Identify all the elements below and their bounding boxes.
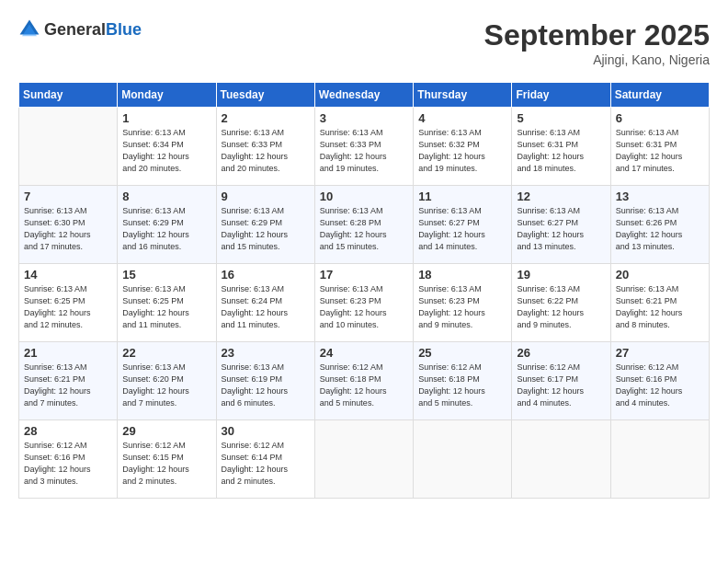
week-row-2: 7Sunrise: 6:13 AM Sunset: 6:30 PM Daylig… [19, 186, 710, 264]
day-number: 9 [222, 190, 310, 203]
day-cell: 7Sunrise: 6:13 AM Sunset: 6:30 PM Daylig… [19, 186, 118, 264]
day-cell: 6Sunrise: 6:13 AM Sunset: 6:31 PM Daylig… [610, 108, 709, 186]
day-info: Sunrise: 6:13 AM Sunset: 6:32 PM Dayligh… [418, 127, 506, 175]
day-number: 27 [616, 346, 704, 360]
day-cell: 28Sunrise: 6:12 AM Sunset: 6:16 PM Dayli… [19, 420, 118, 499]
calendar-table: SundayMondayTuesdayWednesdayThursdayFrid… [18, 82, 710, 499]
day-number: 3 [320, 111, 408, 125]
location: Ajingi, Kano, Nigeria [484, 52, 710, 67]
day-cell: 16Sunrise: 6:13 AM Sunset: 6:24 PM Dayli… [216, 264, 314, 342]
page-header: GeneralBlue September 2025 Ajingi, Kano,… [18, 18, 710, 67]
day-info: Sunrise: 6:12 AM Sunset: 6:18 PM Dayligh… [418, 362, 506, 409]
day-number: 2 [222, 111, 310, 125]
day-number: 24 [320, 346, 408, 360]
day-cell [512, 420, 610, 499]
day-cell: 21Sunrise: 6:13 AM Sunset: 6:21 PM Dayli… [19, 342, 118, 420]
day-cell: 14Sunrise: 6:13 AM Sunset: 6:25 PM Dayli… [19, 264, 118, 342]
day-cell: 5Sunrise: 6:13 AM Sunset: 6:31 PM Daylig… [512, 108, 610, 186]
day-info: Sunrise: 6:13 AM Sunset: 6:21 PM Dayligh… [24, 362, 112, 409]
day-info: Sunrise: 6:13 AM Sunset: 6:29 PM Dayligh… [122, 205, 210, 253]
month-title: September 2025 [484, 18, 710, 52]
day-cell: 11Sunrise: 6:13 AM Sunset: 6:27 PM Dayli… [414, 186, 512, 264]
day-number: 25 [418, 346, 506, 360]
col-header-friday: Friday [512, 83, 610, 108]
day-info: Sunrise: 6:13 AM Sunset: 6:28 PM Dayligh… [320, 205, 408, 253]
day-info: Sunrise: 6:13 AM Sunset: 6:25 PM Dayligh… [24, 283, 112, 331]
col-header-wednesday: Wednesday [314, 83, 413, 108]
day-info: Sunrise: 6:13 AM Sunset: 6:30 PM Dayligh… [24, 205, 112, 253]
day-number: 26 [517, 346, 605, 360]
day-number: 18 [418, 268, 506, 282]
day-info: Sunrise: 6:13 AM Sunset: 6:33 PM Dayligh… [320, 127, 408, 175]
day-info: Sunrise: 6:13 AM Sunset: 6:23 PM Dayligh… [320, 283, 408, 331]
day-number: 4 [418, 111, 506, 125]
week-row-4: 21Sunrise: 6:13 AM Sunset: 6:21 PM Dayli… [19, 342, 710, 420]
day-number: 21 [24, 346, 112, 360]
day-cell [19, 108, 118, 186]
day-cell: 1Sunrise: 6:13 AM Sunset: 6:34 PM Daylig… [118, 108, 216, 186]
day-cell [314, 420, 413, 499]
day-info: Sunrise: 6:13 AM Sunset: 6:25 PM Dayligh… [122, 283, 210, 331]
day-number: 30 [222, 424, 310, 438]
day-info: Sunrise: 6:12 AM Sunset: 6:14 PM Dayligh… [222, 440, 310, 488]
logo-general: General [44, 20, 106, 39]
day-cell: 26Sunrise: 6:12 AM Sunset: 6:17 PM Dayli… [512, 342, 610, 420]
day-info: Sunrise: 6:12 AM Sunset: 6:16 PM Dayligh… [24, 440, 112, 488]
day-number: 23 [222, 346, 310, 360]
day-number: 16 [222, 268, 310, 282]
day-cell: 12Sunrise: 6:13 AM Sunset: 6:27 PM Dayli… [512, 186, 610, 264]
day-info: Sunrise: 6:13 AM Sunset: 6:34 PM Dayligh… [122, 127, 210, 175]
day-number: 8 [122, 190, 210, 203]
day-cell: 30Sunrise: 6:12 AM Sunset: 6:14 PM Dayli… [216, 420, 314, 499]
day-number: 6 [616, 111, 704, 125]
day-number: 17 [320, 268, 408, 282]
day-info: Sunrise: 6:13 AM Sunset: 6:23 PM Dayligh… [418, 283, 506, 331]
calendar-header-row: SundayMondayTuesdayWednesdayThursdayFrid… [19, 83, 710, 108]
day-info: Sunrise: 6:13 AM Sunset: 6:19 PM Dayligh… [222, 362, 310, 409]
day-number: 10 [320, 190, 408, 203]
day-cell: 13Sunrise: 6:13 AM Sunset: 6:26 PM Dayli… [610, 186, 709, 264]
day-cell [414, 420, 512, 499]
logo: GeneralBlue [18, 18, 142, 40]
day-number: 7 [24, 190, 112, 203]
day-cell: 23Sunrise: 6:13 AM Sunset: 6:19 PM Dayli… [216, 342, 314, 420]
day-info: Sunrise: 6:13 AM Sunset: 6:21 PM Dayligh… [616, 283, 704, 331]
day-cell: 8Sunrise: 6:13 AM Sunset: 6:29 PM Daylig… [118, 186, 216, 264]
day-info: Sunrise: 6:13 AM Sunset: 6:26 PM Dayligh… [616, 205, 704, 253]
day-info: Sunrise: 6:12 AM Sunset: 6:16 PM Dayligh… [616, 362, 704, 409]
day-cell: 25Sunrise: 6:12 AM Sunset: 6:18 PM Dayli… [414, 342, 512, 420]
day-info: Sunrise: 6:13 AM Sunset: 6:20 PM Dayligh… [122, 362, 210, 409]
day-cell: 20Sunrise: 6:13 AM Sunset: 6:21 PM Dayli… [610, 264, 709, 342]
day-info: Sunrise: 6:13 AM Sunset: 6:33 PM Dayligh… [222, 127, 310, 175]
col-header-tuesday: Tuesday [216, 83, 314, 108]
day-number: 5 [517, 111, 605, 125]
logo-icon [18, 18, 40, 40]
day-number: 19 [517, 268, 605, 282]
day-number: 13 [616, 190, 704, 203]
day-number: 11 [418, 190, 506, 203]
day-cell: 3Sunrise: 6:13 AM Sunset: 6:33 PM Daylig… [314, 108, 413, 186]
day-cell: 19Sunrise: 6:13 AM Sunset: 6:22 PM Dayli… [512, 264, 610, 342]
day-cell [610, 420, 709, 499]
logo-blue: Blue [106, 20, 142, 39]
day-info: Sunrise: 6:12 AM Sunset: 6:15 PM Dayligh… [122, 440, 210, 488]
day-info: Sunrise: 6:13 AM Sunset: 6:29 PM Dayligh… [222, 205, 310, 253]
day-cell: 10Sunrise: 6:13 AM Sunset: 6:28 PM Dayli… [314, 186, 413, 264]
col-header-monday: Monday [118, 83, 216, 108]
day-cell: 22Sunrise: 6:13 AM Sunset: 6:20 PM Dayli… [118, 342, 216, 420]
title-area: September 2025 Ajingi, Kano, Nigeria [484, 18, 710, 67]
col-header-thursday: Thursday [414, 83, 512, 108]
day-info: Sunrise: 6:13 AM Sunset: 6:31 PM Dayligh… [517, 127, 605, 175]
day-number: 12 [517, 190, 605, 203]
day-cell: 29Sunrise: 6:12 AM Sunset: 6:15 PM Dayli… [118, 420, 216, 499]
day-info: Sunrise: 6:13 AM Sunset: 6:24 PM Dayligh… [222, 283, 310, 331]
col-header-saturday: Saturday [610, 83, 709, 108]
day-number: 14 [24, 268, 112, 282]
week-row-3: 14Sunrise: 6:13 AM Sunset: 6:25 PM Dayli… [19, 264, 710, 342]
day-number: 29 [122, 424, 210, 438]
day-number: 20 [616, 268, 704, 282]
day-cell: 15Sunrise: 6:13 AM Sunset: 6:25 PM Dayli… [118, 264, 216, 342]
day-cell: 4Sunrise: 6:13 AM Sunset: 6:32 PM Daylig… [414, 108, 512, 186]
week-row-1: 1Sunrise: 6:13 AM Sunset: 6:34 PM Daylig… [19, 108, 710, 186]
day-info: Sunrise: 6:13 AM Sunset: 6:22 PM Dayligh… [517, 283, 605, 331]
